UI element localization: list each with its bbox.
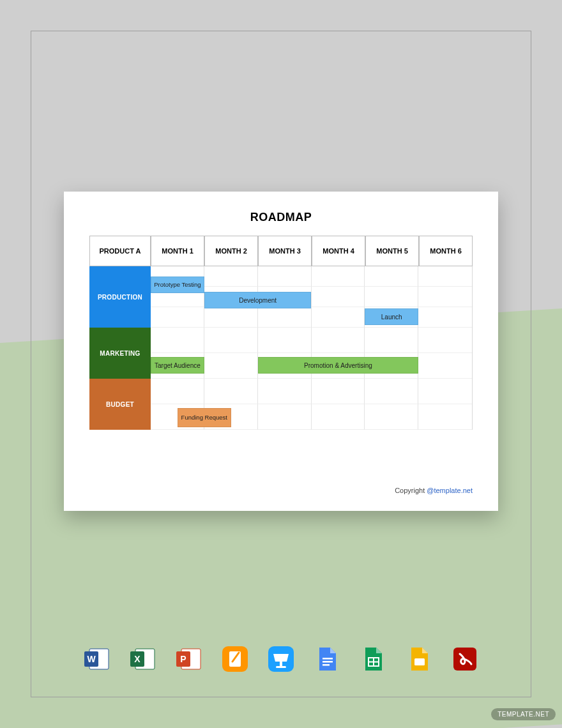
lane-marketing: Target Audience Promotion & Advertising: [151, 328, 473, 379]
watermark-badge: TEMPLATE.NET: [491, 708, 556, 720]
month-header: MONTH 2: [204, 236, 258, 266]
svg-rect-16: [323, 664, 330, 666]
google-sheets-icon[interactable]: [359, 645, 387, 673]
excel-icon[interactable]: X: [129, 645, 157, 673]
pdf-icon[interactable]: [451, 645, 479, 673]
word-icon[interactable]: W: [83, 645, 111, 673]
header-row: PRODUCT A MONTH 1 MONTH 2 MONTH 3 MONTH …: [89, 236, 473, 266]
bar-launch: Launch: [365, 308, 418, 325]
svg-rect-12: [280, 662, 282, 667]
month-header: MONTH 4: [312, 236, 365, 266]
row-label-production: PRODUCTION: [89, 266, 151, 328]
powerpoint-icon[interactable]: P: [175, 645, 203, 673]
roadmap-card: ROADMAP PRODUCT A MONTH 1 MONTH 2 MONTH …: [64, 192, 498, 511]
corner-label: PRODUCT A: [89, 236, 151, 266]
copyright-link[interactable]: @template.net: [427, 487, 473, 494]
swimlane-production: PRODUCTION Prototype Testing Development…: [89, 266, 473, 328]
svg-text:P: P: [180, 654, 186, 664]
svg-text:W: W: [87, 654, 96, 664]
lane-budget: Funding Request: [151, 379, 473, 430]
google-docs-icon[interactable]: [313, 645, 341, 673]
month-header: MONTH 6: [419, 236, 473, 266]
swimlane-marketing: MARKETING Target Audience Promotion & Ad…: [89, 328, 473, 379]
svg-rect-13: [276, 666, 286, 668]
svg-rect-15: [323, 661, 333, 663]
copyright-prefix: Copyright: [395, 487, 427, 494]
svg-rect-14: [323, 658, 333, 660]
row-label-marketing: MARKETING: [89, 328, 151, 379]
bar-funding-request: Funding Request: [178, 408, 231, 427]
google-slides-icon[interactable]: [405, 645, 433, 673]
format-icons-row: W X P: [0, 645, 562, 673]
bar-prototype-testing: Prototype Testing: [151, 277, 204, 293]
bar-promotion-advertising: Promotion & Advertising: [258, 357, 419, 374]
keynote-icon[interactable]: [267, 645, 295, 673]
copyright: Copyright @template.net: [395, 487, 473, 494]
page-title: ROADMAP: [89, 211, 473, 224]
svg-rect-20: [414, 658, 425, 665]
month-header: MONTH 3: [258, 236, 312, 266]
roadmap-grid: PRODUCT A MONTH 1 MONTH 2 MONTH 3 MONTH …: [89, 236, 473, 466]
bar-development: Development: [204, 292, 312, 308]
bar-target-audience: Target Audience: [151, 357, 204, 374]
month-header: MONTH 1: [151, 236, 204, 266]
row-label-budget: BUDGET: [89, 379, 151, 430]
pages-icon[interactable]: [221, 645, 249, 673]
month-header: MONTH 5: [365, 236, 419, 266]
svg-text:X: X: [134, 654, 140, 664]
swimlane-budget: BUDGET Funding Request: [89, 379, 473, 430]
lane-production: Prototype Testing Development Launch: [151, 266, 473, 328]
